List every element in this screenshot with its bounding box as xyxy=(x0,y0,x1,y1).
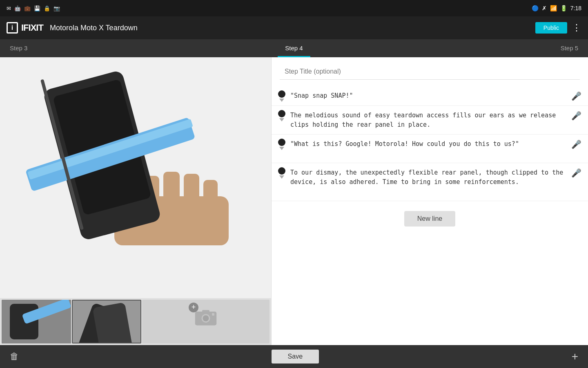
bullet-marker-2 xyxy=(278,110,285,121)
add-plus-icon: + xyxy=(189,303,198,312)
step-navigation: Step 3 Step 4 Step 5 xyxy=(0,39,588,57)
save-button[interactable]: Save xyxy=(272,350,319,364)
bullet-marker-1 xyxy=(278,90,285,102)
sdcard-icon: 💾 xyxy=(34,5,40,11)
svg-rect-6 xyxy=(203,180,218,211)
bullet-triangle-3 xyxy=(279,147,284,150)
text-editor-panel: 🎤 🎤 🎤 xyxy=(272,57,588,345)
bullet-circle-3 xyxy=(278,139,285,146)
add-button[interactable]: + xyxy=(572,350,578,363)
step-next[interactable]: Step 5 xyxy=(389,39,588,57)
bullet-circle-1 xyxy=(278,90,285,98)
step-title-input[interactable] xyxy=(280,64,580,80)
bullet-circle-2 xyxy=(278,110,285,117)
bullet-item-3: 🎤 xyxy=(272,135,588,163)
briefcase-icon: 💼 xyxy=(24,5,31,11)
guide-title: Motorola Moto X Teardown xyxy=(50,24,529,32)
bullet-text-1[interactable] xyxy=(290,90,566,102)
mic-icon-4[interactable]: 🎤 xyxy=(571,168,581,178)
more-menu-button[interactable]: ⋮ xyxy=(572,22,581,33)
clock: 7:18 xyxy=(570,5,581,11)
bottom-bar: 🗑 Save + xyxy=(0,345,588,368)
wifi-icon: 📶 xyxy=(550,5,557,11)
thumbnail-2[interactable] xyxy=(72,300,141,343)
bullet-triangle-2 xyxy=(279,118,284,121)
step-current[interactable]: Step 4 xyxy=(199,39,389,57)
bullet-list: 🎤 🎤 🎤 xyxy=(272,86,588,201)
bullet-triangle-4 xyxy=(279,175,284,179)
svg-point-20 xyxy=(203,315,209,321)
trash-button[interactable]: 🗑 xyxy=(10,351,19,362)
image-scene xyxy=(0,57,271,298)
add-photo-icon: + xyxy=(194,307,218,337)
bullet-triangle-1 xyxy=(279,99,284,102)
status-bar: ✉ 🤖 💼 💾 🔒 📷 🔵 ✗ 📶 🔋 7:18 xyxy=(0,0,588,16)
mic-icon-3[interactable]: 🎤 xyxy=(571,139,581,149)
svg-rect-4 xyxy=(163,172,180,209)
status-icons-right: 🔵 ✗ 📶 🔋 7:18 xyxy=(532,5,581,11)
bullet-item-2: 🎤 xyxy=(272,106,588,135)
bullet-text-3[interactable] xyxy=(290,138,566,159)
image-panel: + xyxy=(0,57,272,345)
bullet-marker-3 xyxy=(278,139,285,150)
app-bar: i IFIXIT Motorola Moto X Teardown Public… xyxy=(0,16,588,39)
svg-rect-13 xyxy=(10,304,38,339)
gmail-icon: ✉ xyxy=(7,5,11,11)
bullet-marker-4 xyxy=(278,167,285,179)
step-prev[interactable]: Step 3 xyxy=(0,39,199,57)
main-step-image[interactable] xyxy=(0,57,271,298)
mic-icon-1[interactable]: 🎤 xyxy=(571,91,581,101)
app-logo: i IFIXIT xyxy=(7,22,43,34)
bullet-item-1: 🎤 xyxy=(272,86,588,106)
thumbnail-1[interactable] xyxy=(2,300,71,343)
logo-box-icon: i xyxy=(7,22,18,34)
camera-icon: 📷 xyxy=(53,5,60,11)
app-bar-actions: Public ⋮ xyxy=(535,22,581,34)
step-image-svg xyxy=(0,57,271,254)
svg-rect-22 xyxy=(212,313,214,315)
bullet-text-4[interactable] xyxy=(290,166,566,197)
mic-icon-2[interactable]: 🎤 xyxy=(571,111,581,121)
signal-icon: ✗ xyxy=(542,5,547,11)
thumb2-img xyxy=(73,301,141,343)
bluetooth-icon: 🔵 xyxy=(532,5,539,11)
app-name-label: IFIXIT xyxy=(21,22,43,33)
svg-rect-21 xyxy=(202,310,209,313)
add-photo-thumbnail[interactable]: + xyxy=(142,300,270,343)
bullet-item-4: 🎤 xyxy=(272,163,588,201)
svg-rect-5 xyxy=(184,174,199,209)
new-line-button[interactable]: New line xyxy=(404,211,455,227)
public-button[interactable]: Public xyxy=(535,22,567,34)
lock-icon: 🔒 xyxy=(44,5,50,11)
thumbnail-row: + xyxy=(0,298,271,345)
status-icons-left: ✉ 🤖 💼 💾 🔒 📷 xyxy=(7,5,60,11)
bullet-circle-4 xyxy=(278,167,285,175)
battery-icon: 🔋 xyxy=(560,5,567,11)
main-content: + 🎤 🎤 xyxy=(0,57,588,345)
bullet-text-2[interactable] xyxy=(290,109,566,131)
android-icon: 🤖 xyxy=(14,5,21,11)
thumb1-img xyxy=(2,300,71,343)
